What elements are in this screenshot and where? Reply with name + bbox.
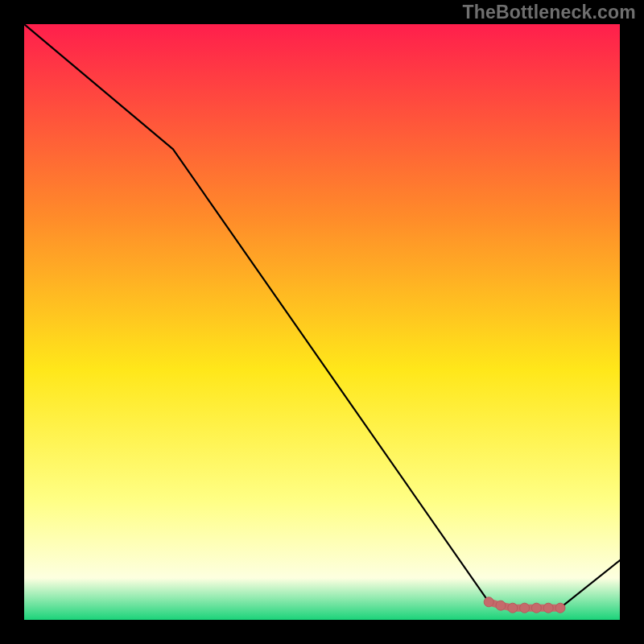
- gradient-background: [24, 24, 620, 620]
- highlight-dot: [496, 601, 506, 610]
- highlight-dot: [543, 603, 553, 613]
- plot-area: [24, 24, 620, 620]
- highlight-dot: [484, 597, 493, 607]
- highlight-dot: [531, 603, 541, 613]
- watermark-text: TheBottleneck.com: [462, 2, 636, 23]
- chart-svg: [24, 24, 620, 620]
- highlight-dot: [508, 603, 518, 613]
- highlight-dot: [555, 603, 565, 613]
- highlight-dot: [520, 603, 530, 613]
- chart-frame: TheBottleneck.com: [0, 0, 644, 644]
